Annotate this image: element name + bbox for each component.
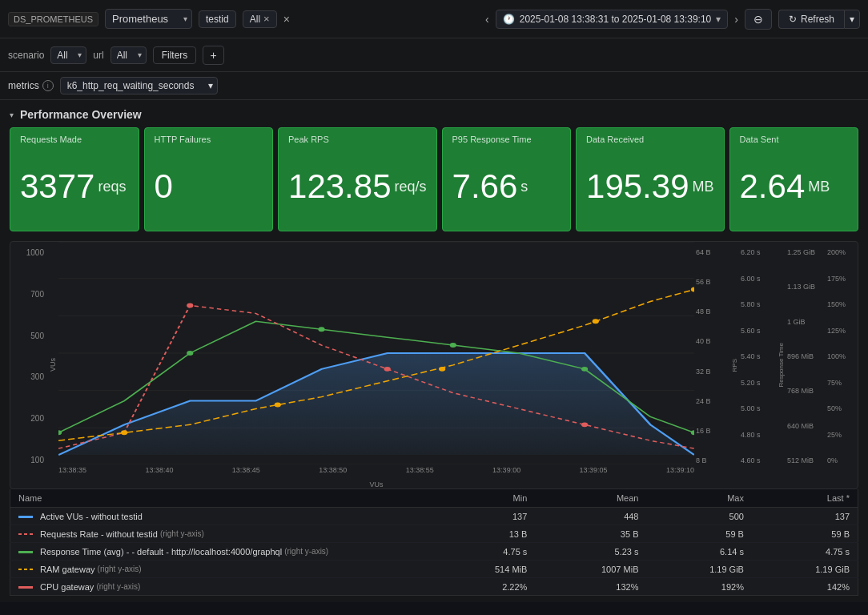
refresh-label: Refresh — [801, 14, 834, 25]
add-filter-button[interactable]: + — [203, 46, 223, 65]
cpu-150pct: 150% — [827, 300, 856, 308]
series-mean-4: 132% — [535, 578, 646, 596]
resp-460: 4.60 s — [741, 456, 774, 464]
zoom-out-btn[interactable]: ⊖ — [745, 9, 772, 30]
section-header[interactable]: ▾ Performance Overview — [0, 100, 868, 127]
stat-card-unit-4: MB — [693, 179, 714, 195]
y-axis-rps: 64 B 56 B 48 B 40 B 32 B 24 B 16 B 8 B — [694, 242, 729, 488]
top-bar: DS_PROMETHEUS Prometheus ▾ testid All × … — [0, 0, 868, 38]
url-select-wrap[interactable]: All ▾ — [111, 46, 147, 64]
ram-125gib: 1.25 GiB — [787, 248, 824, 256]
chart-section: 1000 700 500 300 200 100 VUs — [0, 241, 868, 602]
scenario-label: scenario — [8, 50, 44, 61]
resp-520: 5.20 s — [741, 379, 774, 387]
svg-point-15 — [581, 422, 588, 427]
y-axis-cpu: 200% 175% 150% 125% 100% 75% 50% 25% 0% — [826, 242, 858, 488]
all-tag-close-icon[interactable]: × — [263, 14, 270, 24]
prev-time-btn[interactable]: ‹ — [485, 13, 489, 26]
series-last-3: 1.19 GiB — [752, 561, 858, 578]
filters-label: Filters — [162, 50, 188, 61]
stat-card-4: Data Received 195.39MB — [576, 127, 724, 231]
vus-axis-label: VUs — [47, 242, 58, 488]
table-row: Active VUs - without testid 137 448 500 … — [10, 508, 858, 525]
cpu-25pct: 25% — [827, 431, 856, 439]
y-left-1000: 1000 — [26, 248, 44, 257]
ram-640mib: 640 MiB — [787, 422, 824, 430]
time-range-picker[interactable]: 🕐 2025-01-08 13:38:31 to 2025-01-08 13:3… — [496, 10, 729, 29]
series-max-3: 1.19 GiB — [646, 561, 751, 578]
rps-32b: 32 B — [696, 368, 728, 376]
y-axis-resp-time: 6.20 s 6.00 s 5.80 s 5.60 s 5.40 s 5.20 … — [739, 242, 776, 488]
series-name-0: Active VUs - without testid — [10, 508, 435, 525]
col-mean: Mean — [535, 489, 646, 508]
zoom-out-icon: ⊖ — [753, 13, 763, 26]
x-label-4: 13:38:55 — [406, 466, 434, 480]
stat-card-title-0: Requests Made — [20, 135, 129, 144]
col-name: Name — [10, 489, 435, 508]
next-time-btn[interactable]: › — [734, 13, 738, 26]
chart-svg — [58, 242, 694, 464]
metrics-bar: metrics i k6_http_req_waiting_seconds ▾ — [0, 72, 868, 100]
series-name-2: Response Time (avg) - - default - http:/… — [10, 543, 435, 561]
metric-select[interactable]: k6_http_req_waiting_seconds — [60, 77, 218, 94]
col-max: Max — [646, 489, 751, 508]
refresh-icon: ↻ — [789, 14, 797, 25]
cpu-75pct: 75% — [827, 379, 856, 387]
metric-select-wrap[interactable]: k6_http_req_waiting_seconds ▾ — [60, 77, 218, 94]
stat-card-unit-0: reqs — [98, 179, 126, 195]
stat-card-title-5: Data Sent — [740, 135, 849, 144]
series-color-1 — [18, 533, 33, 535]
refresh-dropdown-btn[interactable]: ▾ — [844, 10, 860, 29]
scenario-select-wrap[interactable]: All ▾ — [50, 46, 86, 64]
datasource-select[interactable]: Prometheus — [105, 9, 192, 29]
stat-card-value-5: 2.64MB — [740, 149, 849, 224]
legend-table: Name Min Mean Max Last * Active VUs - wi… — [10, 489, 858, 596]
x-axis-title: VUs — [58, 480, 694, 488]
series-last-4: 142% — [752, 578, 858, 596]
series-min-3: 514 MiB — [434, 561, 535, 578]
stat-card-0: Requests Made 3377reqs — [10, 127, 139, 231]
stat-card-title-4: Data Received — [586, 135, 713, 144]
series-min-0: 137 — [434, 508, 535, 525]
series-max-1: 59 B — [646, 525, 751, 543]
y-axis-ram: 1.25 GiB 1.13 GiB 1 GiB 896 MiB 768 MiB … — [786, 242, 826, 488]
clock-icon: 🕐 — [503, 14, 515, 25]
cpu-0pct: 0% — [827, 456, 856, 464]
series-color-2 — [18, 551, 33, 553]
series-max-4: 192% — [646, 578, 751, 596]
series-name-1: Requests Rate - without testid (right y-… — [10, 525, 435, 543]
svg-point-13 — [187, 303, 193, 308]
chart-inner: 13:38:35 13:38:40 13:38:45 13:38:50 13:3… — [58, 242, 694, 488]
stat-card-3: P95 Response Time 7.66s — [442, 127, 572, 231]
url-select[interactable]: All — [111, 46, 147, 64]
x-label-3: 13:38:50 — [319, 466, 347, 480]
series-color-3 — [18, 569, 33, 570]
rps-40b: 40 B — [696, 337, 728, 345]
ram-1gib: 1 GiB — [787, 318, 824, 326]
refresh-button[interactable]: ↻ Refresh — [778, 10, 844, 29]
x-label-5: 13:39:00 — [492, 466, 520, 480]
scenario-select[interactable]: All — [50, 46, 86, 64]
x-label-0: 13:38:35 — [58, 466, 86, 480]
filters-button[interactable]: Filters — [153, 46, 197, 64]
series-min-2: 4.75 s — [434, 543, 535, 561]
table-row: Response Time (avg) - - default - http:/… — [10, 543, 858, 561]
series-min-1: 13 B — [434, 525, 535, 543]
y-axis-left: 1000 700 500 300 200 100 — [10, 242, 47, 488]
ram-512mib: 512 MiB — [787, 456, 824, 464]
datasource-select-wrap[interactable]: Prometheus ▾ — [105, 9, 192, 29]
x-axis-labels: 13:38:35 13:38:40 13:38:45 13:38:50 13:3… — [58, 464, 694, 480]
series-mean-0: 448 — [535, 508, 646, 525]
cpu-175pct: 175% — [827, 275, 856, 283]
svg-point-11 — [581, 367, 588, 372]
resp-600: 6.00 s — [741, 275, 774, 283]
rps-48b: 48 B — [696, 308, 728, 316]
svg-point-9 — [318, 327, 324, 332]
svg-point-14 — [384, 367, 391, 372]
metrics-info-icon[interactable]: i — [42, 80, 54, 91]
resp-560: 5.60 s — [741, 327, 774, 335]
all-tag-label: All — [250, 14, 260, 25]
svg-point-17 — [275, 403, 281, 408]
series-color-0 — [18, 516, 33, 518]
tag-extra-close-icon[interactable]: × — [283, 14, 290, 25]
